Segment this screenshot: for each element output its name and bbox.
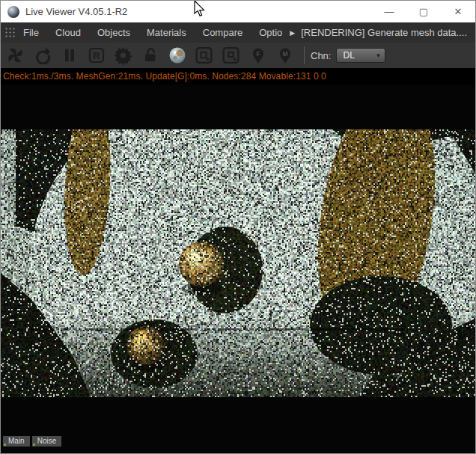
r-box-icon[interactable]: R: [87, 45, 106, 66]
region-icon[interactable]: [195, 45, 213, 66]
pin-m-icon[interactable]: M: [275, 45, 294, 66]
octane-logo-icon: [7, 6, 19, 18]
viewer-tabs: Main Noise: [3, 436, 61, 447]
status-bar: Check:1ms./3ms. MeshGen:21ms. Update[G]:…: [1, 68, 475, 85]
title-bar: Live Viewer V4.05.1-R2 — ▢ ✕: [1, 1, 475, 22]
menu-file[interactable]: File: [23, 27, 39, 38]
mouse-cursor-icon: [194, 1, 207, 19]
menu-cloud[interactable]: Cloud: [55, 27, 81, 38]
svg-text:M: M: [282, 50, 287, 58]
maximize-button[interactable]: ▢: [406, 1, 441, 22]
region-dot-icon[interactable]: [222, 45, 240, 66]
channel-value: DL: [337, 50, 371, 61]
tab-tick-icon: [4, 444, 6, 446]
menu-objects[interactable]: Objects: [97, 27, 130, 38]
open-lock-icon[interactable]: [141, 45, 159, 66]
close-button[interactable]: ✕: [441, 1, 475, 22]
pinwheel-icon[interactable]: [6, 45, 25, 66]
window-title: Live Viewer V4.05.1-R2: [25, 6, 127, 17]
menu-compare[interactable]: Compare: [203, 27, 242, 38]
refresh-icon[interactable]: [33, 45, 52, 66]
pause-icon[interactable]: [60, 45, 79, 66]
toolbar: R: [1, 43, 475, 68]
svg-text:R: R: [93, 50, 100, 61]
menu-overflow-arrow-icon[interactable]: ▶: [290, 29, 295, 37]
sphere-icon[interactable]: [168, 45, 186, 66]
render-progress-text: [RENDERING] Generate mesh data....: [301, 27, 467, 38]
live-viewer-window: Live Viewer V4.05.1-R2 — ▢ ✕ File Cloud …: [0, 0, 476, 454]
window-controls: — ▢ ✕: [372, 1, 475, 22]
drag-grip-icon[interactable]: [4, 27, 16, 39]
tab-tick-icon: [33, 444, 35, 446]
minimize-button[interactable]: —: [372, 1, 406, 22]
menu-bar: File Cloud Objects Materials Compare Opt…: [1, 22, 475, 43]
menu-options[interactable]: Optio: [259, 27, 282, 38]
pin-f-icon[interactable]: F: [248, 45, 267, 66]
svg-text:F: F: [256, 50, 260, 58]
gear-icon[interactable]: [114, 45, 132, 66]
tab-noise[interactable]: Noise: [32, 436, 62, 447]
chevron-down-icon: ▼: [371, 52, 385, 59]
tab-main[interactable]: Main: [3, 436, 30, 447]
render-viewport[interactable]: Main Noise: [1, 85, 475, 454]
channel-dropdown[interactable]: DL ▼: [336, 48, 385, 63]
toolbar-separator: [304, 46, 305, 64]
channel-label: Chn:: [311, 50, 331, 61]
render-canvas[interactable]: [1, 129, 476, 397]
status-text: Check:1ms./3ms. MeshGen:21ms. Update[G]:…: [3, 71, 326, 82]
menu-materials[interactable]: Materials: [147, 27, 186, 38]
